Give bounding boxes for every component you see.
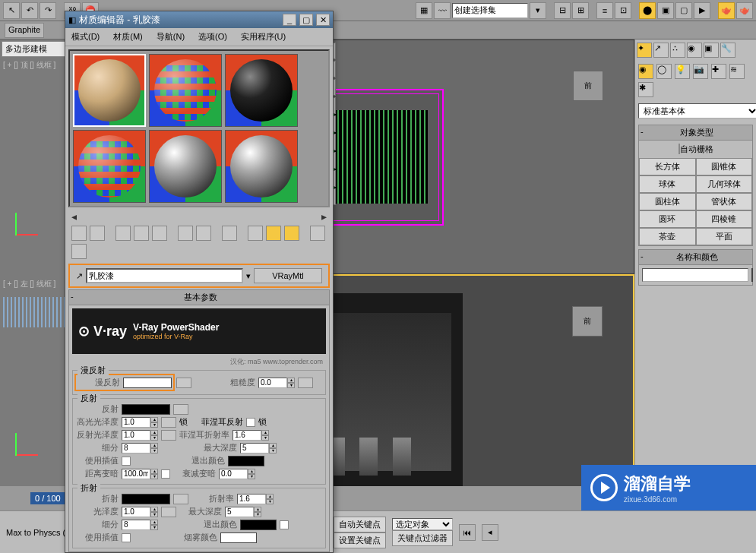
- refract-maxdepth-input[interactable]: [225, 507, 254, 517]
- material-editor-icon[interactable]: ⬤: [639, 2, 656, 19]
- diffuse-color-swatch[interactable]: [123, 378, 172, 388]
- reflect-map-button[interactable]: [173, 404, 188, 415]
- schematic-icon[interactable]: ⊡: [615, 2, 631, 19]
- display-tab-icon[interactable]: ▣: [704, 43, 719, 58]
- geometry-icon[interactable]: ◉: [638, 64, 653, 79]
- dim-falloff-input[interactable]: [219, 469, 248, 479]
- setkey-button[interactable]: 设置关键点: [334, 532, 386, 548]
- dropdown-icon[interactable]: ▾: [530, 2, 546, 19]
- show-end-result-icon[interactable]: [266, 226, 281, 241]
- cameras-icon[interactable]: 📷: [693, 64, 708, 79]
- cone-button[interactable]: 圆锥体: [696, 158, 753, 175]
- roughness-input[interactable]: [258, 378, 287, 388]
- refract-subdivs-input[interactable]: [122, 520, 150, 530]
- shapes-icon[interactable]: ◯: [656, 64, 672, 79]
- render-setup-icon[interactable]: ▣: [657, 2, 674, 19]
- helpers-icon[interactable]: ✚: [711, 64, 726, 79]
- menu-nav[interactable]: 导航(N): [157, 31, 185, 43]
- maximize-button[interactable]: ▢: [299, 14, 313, 26]
- pyramid-button[interactable]: 四棱锥: [696, 210, 753, 228]
- object-color-swatch[interactable]: [751, 268, 753, 282]
- arrow-tool-icon[interactable]: ↖: [3, 2, 20, 19]
- get-material-icon[interactable]: [71, 226, 87, 241]
- pick-icon[interactable]: ↗: [76, 271, 83, 281]
- teapot-button[interactable]: 茶壶: [639, 228, 696, 245]
- render-icon[interactable]: ▶: [694, 2, 710, 19]
- viewcube-front[interactable]: 前: [573, 71, 603, 101]
- material-slot-1[interactable]: [73, 54, 146, 127]
- name-dropdown-icon[interactable]: ▾: [246, 271, 251, 281]
- mat-id-icon[interactable]: [222, 226, 237, 241]
- slot-scroll-left-icon[interactable]: ◂: [71, 210, 77, 223]
- reflect-color-swatch[interactable]: [122, 404, 170, 415]
- copy-icon[interactable]: [152, 226, 167, 241]
- layer-icon[interactable]: ▦: [416, 2, 432, 19]
- key-target-dropdown[interactable]: 选定对象: [392, 518, 453, 530]
- make-unique-icon[interactable]: [178, 226, 193, 241]
- refl-gloss-input[interactable]: [122, 430, 150, 441]
- go-back-icon[interactable]: [71, 244, 87, 259]
- systems-icon[interactable]: ✱: [638, 82, 653, 97]
- box-button[interactable]: 长方体: [639, 158, 696, 175]
- close-button[interactable]: ✕: [316, 14, 330, 26]
- menu-util[interactable]: 实用程序(U): [241, 31, 286, 43]
- motion-tab-icon[interactable]: ◉: [687, 43, 702, 58]
- fog-color-swatch[interactable]: [220, 532, 257, 543]
- material-name-input[interactable]: [86, 268, 243, 283]
- primitive-dropdown[interactable]: 标准基本体: [638, 103, 756, 118]
- material-slot-2[interactable]: [149, 54, 222, 127]
- show-in-vp-icon[interactable]: [248, 226, 263, 241]
- keyfilter-button[interactable]: 关键点过滤器: [392, 530, 453, 546]
- put-to-library-icon[interactable]: [196, 226, 211, 241]
- go-forward-icon[interactable]: [310, 226, 325, 241]
- mirror-icon[interactable]: ⊞: [572, 2, 589, 19]
- goto-start-icon[interactable]: ⏮: [459, 524, 476, 541]
- material-slot-6[interactable]: [225, 130, 298, 203]
- assign-icon[interactable]: [115, 226, 131, 241]
- refl-interp-check[interactable]: [122, 457, 131, 466]
- graphite-tab[interactable]: Graphite: [5, 23, 44, 38]
- lights-icon[interactable]: 💡: [675, 64, 690, 79]
- fresnel-check[interactable]: [246, 418, 255, 427]
- physx-button[interactable]: Max to Physcs (: [6, 528, 65, 537]
- redo-icon[interactable]: ↷: [40, 2, 56, 19]
- create-tab-icon[interactable]: ✦: [637, 43, 652, 58]
- create-set-input[interactable]: [452, 3, 528, 18]
- menu-options[interactable]: 选项(O): [198, 31, 227, 43]
- material-slot-5[interactable]: [149, 130, 222, 203]
- teapot-icon[interactable]: 🫖: [718, 2, 735, 19]
- geosphere-button[interactable]: 几何球体: [696, 175, 753, 193]
- slot-scroll-right-icon[interactable]: ▸: [321, 210, 327, 223]
- teapot2-icon[interactable]: 🫖: [736, 2, 753, 19]
- refract-exit-color[interactable]: [240, 520, 277, 530]
- material-type-button[interactable]: VRayMtl: [254, 268, 322, 283]
- refl-subdivs-input[interactable]: [122, 443, 150, 453]
- refract-color-swatch[interactable]: [122, 494, 170, 504]
- curve-icon[interactable]: 〰: [434, 2, 451, 19]
- object-name-input[interactable]: [642, 268, 748, 282]
- refl-exit-color[interactable]: [228, 456, 264, 466]
- align-icon[interactable]: ⊟: [554, 2, 571, 19]
- tube-button[interactable]: 管状体: [696, 193, 753, 210]
- material-slot-3[interactable]: [225, 54, 298, 127]
- utilities-tab-icon[interactable]: 🔧: [720, 43, 735, 58]
- put-to-scene-icon[interactable]: [90, 226, 105, 241]
- hierarchy-tab-icon[interactable]: ⛬: [670, 43, 685, 58]
- refract-gloss-input[interactable]: [122, 507, 150, 517]
- refract-interp-check[interactable]: [122, 533, 131, 542]
- sphere-button[interactable]: 球体: [639, 175, 696, 193]
- fresnel-ior-input[interactable]: [232, 430, 261, 441]
- cylinder-button[interactable]: 圆柱体: [639, 193, 696, 210]
- hilight-input[interactable]: [122, 417, 150, 428]
- frame-indicator[interactable]: 0 / 100: [30, 492, 65, 504]
- menu-material[interactable]: 材质(M): [113, 31, 143, 43]
- undo-icon[interactable]: ↶: [21, 2, 38, 19]
- refl-maxdepth-input[interactable]: [240, 443, 269, 453]
- layers-icon[interactable]: ≡: [596, 2, 613, 19]
- dim-distance-input[interactable]: [122, 469, 150, 479]
- minimize-button[interactable]: _: [283, 14, 296, 26]
- modify-tab-icon[interactable]: ↗: [653, 43, 669, 58]
- roughness-map-button[interactable]: [298, 378, 313, 388]
- plane-button[interactable]: 平面: [696, 228, 753, 245]
- render-frame-icon[interactable]: ▢: [675, 2, 692, 19]
